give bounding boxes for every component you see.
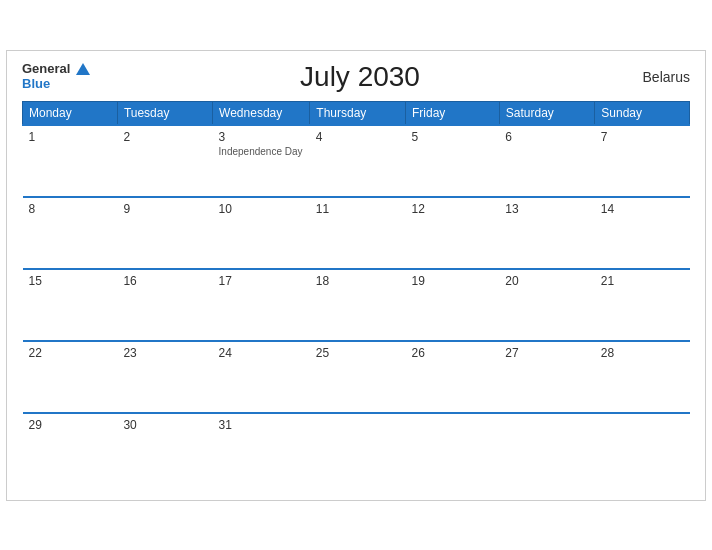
- calendar-cell: 15: [23, 269, 118, 341]
- week-row-5: 293031: [23, 413, 690, 485]
- day-number: 4: [316, 130, 400, 144]
- calendar-cell: 18: [310, 269, 406, 341]
- holiday-label: Independence Day: [219, 146, 304, 157]
- day-number: 13: [505, 202, 588, 216]
- day-number: 28: [601, 346, 684, 360]
- weekday-header-wednesday: Wednesday: [213, 101, 310, 125]
- day-number: 17: [219, 274, 304, 288]
- calendar-cell: 25: [310, 341, 406, 413]
- logo-general-text: General: [22, 61, 70, 76]
- calendar-cell: 22: [23, 341, 118, 413]
- day-number: 21: [601, 274, 684, 288]
- weekday-header-saturday: Saturday: [499, 101, 594, 125]
- calendar-cell: 28: [595, 341, 690, 413]
- calendar-header: General Blue July 2030 Belarus: [22, 61, 690, 93]
- day-number: 31: [219, 418, 304, 432]
- calendar-cell: 31: [213, 413, 310, 485]
- day-number: 29: [29, 418, 112, 432]
- calendar-cell: 30: [117, 413, 212, 485]
- logo-blue-text: Blue: [22, 76, 50, 91]
- day-number: 25: [316, 346, 400, 360]
- day-number: 16: [123, 274, 206, 288]
- calendar-cell: 26: [406, 341, 500, 413]
- weekday-header-tuesday: Tuesday: [117, 101, 212, 125]
- calendar-cell: 24: [213, 341, 310, 413]
- day-number: 9: [123, 202, 206, 216]
- logo-triangle-icon: [76, 63, 90, 75]
- day-number: 11: [316, 202, 400, 216]
- calendar-cell: 20: [499, 269, 594, 341]
- calendar-country: Belarus: [630, 69, 690, 85]
- calendar-cell: 2: [117, 125, 212, 197]
- calendar-cell: 21: [595, 269, 690, 341]
- calendar-cell: 1: [23, 125, 118, 197]
- week-row-2: 891011121314: [23, 197, 690, 269]
- logo: General Blue: [22, 62, 90, 91]
- day-number: 26: [412, 346, 494, 360]
- weekday-header-row: MondayTuesdayWednesdayThursdayFridaySatu…: [23, 101, 690, 125]
- calendar-cell: 23: [117, 341, 212, 413]
- calendar-cell: 9: [117, 197, 212, 269]
- day-number: 12: [412, 202, 494, 216]
- weekday-header-thursday: Thursday: [310, 101, 406, 125]
- calendar-cell: 19: [406, 269, 500, 341]
- day-number: 10: [219, 202, 304, 216]
- day-number: 20: [505, 274, 588, 288]
- calendar-cell: 7: [595, 125, 690, 197]
- day-number: 7: [601, 130, 684, 144]
- calendar-cell: [406, 413, 500, 485]
- weekday-header-monday: Monday: [23, 101, 118, 125]
- calendar-cell: 13: [499, 197, 594, 269]
- calendar-cell: 6: [499, 125, 594, 197]
- day-number: 18: [316, 274, 400, 288]
- calendar-thead: MondayTuesdayWednesdayThursdayFridaySatu…: [23, 101, 690, 125]
- calendar-body: 123Independence Day456789101112131415161…: [23, 125, 690, 485]
- day-number: 1: [29, 130, 112, 144]
- day-number: 14: [601, 202, 684, 216]
- calendar-cell: 3Independence Day: [213, 125, 310, 197]
- calendar-cell: 17: [213, 269, 310, 341]
- calendar-cell: 10: [213, 197, 310, 269]
- calendar-cell: 14: [595, 197, 690, 269]
- weekday-header-friday: Friday: [406, 101, 500, 125]
- calendar-title: July 2030: [90, 61, 630, 93]
- calendar-grid: MondayTuesdayWednesdayThursdayFridaySatu…: [22, 101, 690, 485]
- calendar-cell: 8: [23, 197, 118, 269]
- calendar-cell: [595, 413, 690, 485]
- calendar-cell: [310, 413, 406, 485]
- calendar-cell: 27: [499, 341, 594, 413]
- day-number: 2: [123, 130, 206, 144]
- calendar-cell: 12: [406, 197, 500, 269]
- day-number: 23: [123, 346, 206, 360]
- day-number: 6: [505, 130, 588, 144]
- calendar-cell: 11: [310, 197, 406, 269]
- calendar-cell: 4: [310, 125, 406, 197]
- week-row-3: 15161718192021: [23, 269, 690, 341]
- weekday-header-sunday: Sunday: [595, 101, 690, 125]
- day-number: 5: [412, 130, 494, 144]
- day-number: 19: [412, 274, 494, 288]
- logo-top: General: [22, 62, 90, 76]
- calendar-cell: [499, 413, 594, 485]
- calendar-cell: 5: [406, 125, 500, 197]
- day-number: 8: [29, 202, 112, 216]
- day-number: 15: [29, 274, 112, 288]
- week-row-1: 123Independence Day4567: [23, 125, 690, 197]
- calendar-cell: 29: [23, 413, 118, 485]
- day-number: 3: [219, 130, 304, 144]
- day-number: 24: [219, 346, 304, 360]
- day-number: 22: [29, 346, 112, 360]
- week-row-4: 22232425262728: [23, 341, 690, 413]
- calendar-container: General Blue July 2030 Belarus MondayTue…: [6, 50, 706, 501]
- calendar-cell: 16: [117, 269, 212, 341]
- day-number: 27: [505, 346, 588, 360]
- day-number: 30: [123, 418, 206, 432]
